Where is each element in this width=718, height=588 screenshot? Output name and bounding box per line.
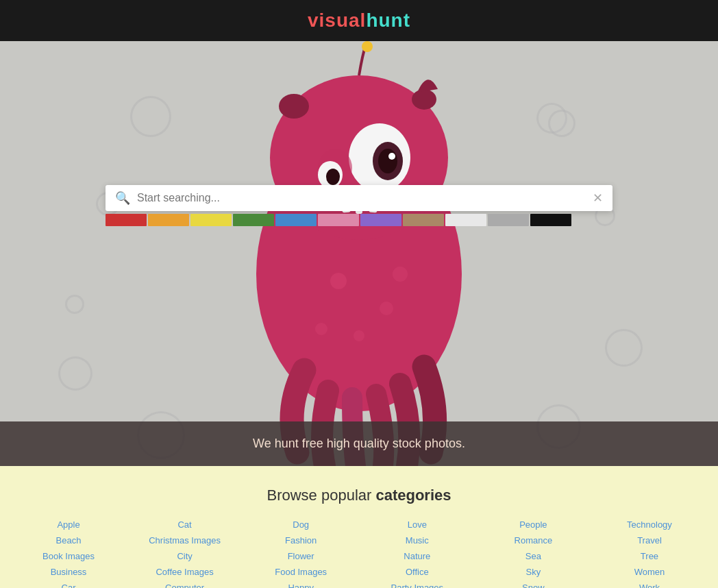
svg-point-17 bbox=[315, 323, 327, 335]
svg-point-15 bbox=[380, 302, 393, 315]
category-link-dog[interactable]: Dog bbox=[293, 519, 309, 530]
bubble-decoration bbox=[58, 356, 92, 391]
tagline-banner: We hunt free high quality stock photos. bbox=[0, 421, 718, 466]
category-link-women[interactable]: Women bbox=[634, 567, 665, 577]
bubble-decoration bbox=[65, 295, 84, 314]
color-swatch-red[interactable] bbox=[106, 214, 147, 226]
category-link-business[interactable]: Business bbox=[51, 567, 87, 577]
color-swatch-white[interactable] bbox=[445, 214, 486, 226]
clear-icon[interactable]: ✕ bbox=[593, 191, 603, 206]
category-link-work[interactable]: Work bbox=[639, 583, 660, 588]
header: visualhunt bbox=[0, 0, 718, 41]
svg-point-5 bbox=[378, 149, 397, 173]
color-swatch-orange[interactable] bbox=[148, 214, 189, 226]
svg-point-14 bbox=[330, 273, 347, 289]
svg-point-12 bbox=[279, 94, 309, 119]
category-link-car[interactable]: Car bbox=[62, 583, 76, 588]
categories-section: Browse popular categories AppleBeachBook… bbox=[0, 466, 718, 588]
category-link-sea[interactable]: Sea bbox=[525, 551, 541, 561]
categories-title-plain: Browse popular bbox=[267, 487, 375, 504]
category-link-music[interactable]: Music bbox=[406, 535, 429, 546]
categories-title-bold: categories bbox=[375, 487, 451, 504]
search-area: 🔍 ✕ bbox=[106, 185, 612, 226]
logo[interactable]: visualhunt bbox=[308, 10, 410, 32]
category-link-happy[interactable]: Happy bbox=[288, 583, 314, 588]
bubble-decoration bbox=[130, 96, 171, 137]
svg-point-19 bbox=[362, 41, 373, 52]
color-swatch-gray[interactable] bbox=[488, 214, 529, 226]
category-link-party-images[interactable]: Party Images bbox=[391, 583, 443, 588]
category-column: DogFashionFlowerFood ImagesHappy bbox=[260, 519, 342, 588]
category-link-cat[interactable]: Cat bbox=[177, 519, 191, 530]
category-link-book-images[interactable]: Book Images bbox=[42, 551, 95, 561]
search-input[interactable] bbox=[137, 192, 593, 204]
category-link-city[interactable]: City bbox=[177, 551, 192, 561]
category-link-flower[interactable]: Flower bbox=[288, 551, 314, 561]
category-link-computer[interactable]: Computer bbox=[165, 583, 204, 588]
svg-point-8 bbox=[326, 169, 340, 185]
category-link-office[interactable]: Office bbox=[406, 567, 429, 577]
category-column: CatChristmas ImagesCityCoffee ImagesComp… bbox=[144, 519, 226, 588]
categories-grid: AppleBeachBook ImagesBusinessCarCatChris… bbox=[27, 519, 691, 588]
category-link-travel[interactable]: Travel bbox=[637, 535, 662, 546]
color-swatch-yellow[interactable] bbox=[190, 214, 232, 226]
category-link-tree[interactable]: Tree bbox=[641, 551, 658, 561]
categories-title: Browse popular categories bbox=[27, 487, 691, 504]
svg-point-13 bbox=[412, 89, 436, 110]
logo-visual: visual bbox=[308, 10, 366, 31]
category-link-snow[interactable]: Snow bbox=[522, 583, 545, 588]
tagline-text: We hunt free high quality stock photos. bbox=[253, 437, 465, 450]
search-icon: 🔍 bbox=[115, 191, 130, 206]
bubble-decoration bbox=[605, 329, 643, 367]
category-column: LoveMusicNatureOfficeParty Images bbox=[376, 519, 458, 588]
hero: 🔍 ✕ We hunt free high quality stock phot… bbox=[0, 41, 718, 466]
category-link-love[interactable]: Love bbox=[408, 519, 427, 530]
category-column: PeopleRomanceSeaSkySnow bbox=[492, 519, 574, 588]
category-column: AppleBeachBook ImagesBusinessCar bbox=[27, 519, 110, 588]
category-link-apple[interactable]: Apple bbox=[57, 519, 79, 530]
category-link-christmas-images[interactable]: Christmas Images bbox=[149, 535, 221, 546]
category-link-nature[interactable]: Nature bbox=[404, 551, 430, 561]
category-link-sky[interactable]: Sky bbox=[526, 567, 541, 577]
monster-illustration bbox=[215, 41, 503, 466]
bubble-decoration bbox=[548, 110, 575, 137]
color-swatch-black[interactable] bbox=[530, 214, 571, 226]
svg-point-6 bbox=[388, 153, 395, 160]
category-link-beach[interactable]: Beach bbox=[56, 535, 82, 546]
category-link-people[interactable]: People bbox=[519, 519, 547, 530]
category-column: TechnologyTravelTreeWomenWork bbox=[608, 519, 691, 588]
color-swatch-blue[interactable] bbox=[275, 214, 317, 226]
color-swatch-brown[interactable] bbox=[403, 214, 444, 226]
search-box: 🔍 ✕ bbox=[106, 185, 612, 211]
svg-point-18 bbox=[393, 267, 408, 282]
category-link-technology[interactable]: Technology bbox=[627, 519, 672, 530]
category-link-coffee-images[interactable]: Coffee Images bbox=[156, 567, 213, 577]
color-swatch-pink[interactable] bbox=[318, 214, 359, 226]
category-link-fashion[interactable]: Fashion bbox=[285, 535, 317, 546]
logo-hunt: hunt bbox=[366, 10, 410, 31]
category-link-food-images[interactable]: Food Images bbox=[275, 567, 327, 577]
color-swatch-green[interactable] bbox=[233, 214, 274, 226]
color-swatch-purple[interactable] bbox=[360, 214, 401, 226]
category-link-romance[interactable]: Romance bbox=[515, 535, 553, 546]
color-swatches bbox=[106, 214, 612, 226]
svg-point-16 bbox=[354, 330, 364, 341]
